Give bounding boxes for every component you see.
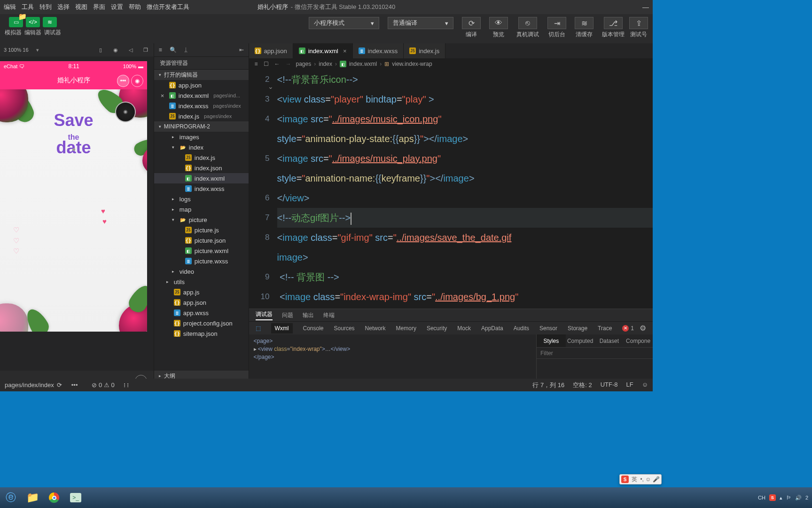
tree-item[interactable]: picture.wxss <box>154 256 249 266</box>
tree-item[interactable]: index.js <box>154 152 249 163</box>
tree-item[interactable]: picture.json <box>154 235 249 246</box>
tree-item[interactable]: ▸video <box>154 266 249 277</box>
error-badge[interactable]: ✕ <box>622 325 629 332</box>
tree-item[interactable]: ▸utils <box>154 277 249 287</box>
tree-item[interactable]: ▸images <box>154 132 249 142</box>
menu-tool[interactable]: 工具 <box>22 3 34 11</box>
devtab-mock[interactable]: Mock <box>457 325 471 332</box>
errors-warnings[interactable]: ⊘ 0 ⚠ 0 <box>92 381 114 389</box>
refresh-icon[interactable]: ⟳ <box>57 381 62 389</box>
preview-button[interactable]: 👁 <box>489 17 508 29</box>
tree-item[interactable]: index.wxml <box>154 173 249 183</box>
tree-item[interactable]: index.wxss <box>154 183 249 194</box>
forward-arrow-icon[interactable]: → <box>286 61 291 67</box>
background-button[interactable]: ⇥ <box>547 17 566 29</box>
tree-item[interactable]: sitemap.json <box>154 328 249 339</box>
tray-ch[interactable]: CH <box>758 495 765 500</box>
devtools-tab-debugger[interactable]: 调试器 <box>256 310 273 320</box>
tree-item[interactable]: project.config.json <box>154 318 249 328</box>
dataset-tab[interactable]: Dataset <box>595 334 624 347</box>
bookmark-icon[interactable]: ☐ <box>264 61 269 67</box>
project-section[interactable]: MINIPROGRAM-2 <box>154 121 249 132</box>
devtab-appdata[interactable]: AppData <box>481 325 503 332</box>
menu-edit[interactable]: 编辑 <box>4 3 16 11</box>
menu-help[interactable]: 帮助 <box>129 3 141 11</box>
collapse-icon[interactable]: ⇤ <box>239 47 244 53</box>
editor-button[interactable]: </> <box>26 17 40 27</box>
tree-item[interactable]: picture.wxml <box>154 246 249 256</box>
devtools-tab-terminal[interactable]: 终端 <box>323 311 335 319</box>
clear-cache-button[interactable]: ≋ <box>575 17 593 29</box>
devtab-memory[interactable]: Memory <box>396 325 416 332</box>
menu-dots-icon[interactable]: ••• <box>117 75 129 87</box>
breadcrumb[interactable]: pages› index› index.wxml› ⊞view.index-wr… <box>296 61 432 67</box>
tree-item[interactable]: app.js <box>154 287 249 297</box>
mode-select[interactable]: 小程序模式▾ <box>309 17 379 29</box>
back-arrow-icon[interactable]: ← <box>274 61 280 67</box>
computed-tab[interactable]: Computed <box>566 334 595 347</box>
component-tab[interactable]: Compone <box>624 334 653 347</box>
ie-icon[interactable]: ⓔ <box>0 487 22 508</box>
menu-wxdev[interactable]: 微信开发者工具 <box>147 3 189 11</box>
tree-item[interactable]: index.json <box>154 163 249 173</box>
chrome-icon[interactable] <box>43 487 65 508</box>
remote-debug-button[interactable]: ⎋ <box>518 17 537 29</box>
devtab-wxml[interactable]: Wxml <box>271 323 293 333</box>
menu-view[interactable]: 视图 <box>75 3 87 11</box>
cursor-position[interactable]: 行 7，列 16 <box>532 381 564 389</box>
copy-icon[interactable]: ❐ <box>141 46 150 54</box>
devtools-tab-problems[interactable]: 问题 <box>282 311 293 319</box>
code-editor[interactable]: ⌄ 2345678910 <!--背景音乐icon--> <view class… <box>249 70 653 309</box>
devtab-audits[interactable]: Audits <box>514 325 529 332</box>
branch-icon[interactable]: ᛦ <box>184 47 187 53</box>
tray-volume-icon[interactable]: 🔊 <box>795 495 802 501</box>
fold-icon[interactable]: ⌄ <box>268 83 273 90</box>
menu-select[interactable]: 选择 <box>57 3 70 11</box>
search-icon[interactable]: 🔍 <box>170 47 177 53</box>
tree-item[interactable]: ▸logs <box>154 194 249 204</box>
tray-flag-icon[interactable]: 🏳 <box>786 495 791 500</box>
open-editor-item[interactable]: index.wxsspages\index <box>154 101 249 111</box>
minimize-button[interactable]: — <box>642 3 649 11</box>
devtab-storage[interactable]: Storage <box>568 325 587 332</box>
editor-tab[interactable]: index.wxml× <box>293 43 353 58</box>
version-button[interactable]: ⎇ <box>604 17 623 29</box>
spaces[interactable]: 空格: 2 <box>573 381 592 389</box>
tree-item[interactable]: ▾index <box>154 142 249 152</box>
explorer-icon[interactable]: 📁 <box>22 487 43 508</box>
editor-tab[interactable]: index.js <box>404 43 445 58</box>
debugger-button[interactable]: ≋ <box>43 17 57 27</box>
open-editor-item[interactable]: index.jspages\index <box>154 111 249 121</box>
devtab-sources[interactable]: Sources <box>334 325 355 332</box>
menu-settings[interactable]: 设置 <box>111 3 123 11</box>
feedback-icon[interactable]: ☺ <box>642 381 648 389</box>
menu-ui[interactable]: 界面 <box>93 3 105 11</box>
back-icon[interactable]: ◁ <box>126 46 135 54</box>
miniprogram-body[interactable]: Save the date ♥ ♥ ♡ ♡ ♡ <box>0 89 147 332</box>
inspect-icon[interactable]: ⬚ <box>256 325 261 332</box>
close-circle-icon[interactable]: ◉ <box>131 75 143 87</box>
editor-tab[interactable]: app.json <box>249 43 293 58</box>
open-editor-item[interactable]: ×index.wxmlpages\ind... <box>154 90 249 101</box>
devtab-trace[interactable]: Trace <box>598 325 612 332</box>
eol[interactable]: LF <box>626 381 633 389</box>
test-button[interactable]: ⇪ <box>629 17 648 29</box>
tree-item[interactable]: app.json <box>154 297 249 308</box>
devtab-sensor[interactable]: Sensor <box>539 325 557 332</box>
compile-button[interactable]: ⟳ <box>462 17 481 29</box>
tree-item[interactable]: ▸map <box>154 204 249 214</box>
styles-tab[interactable]: Styles <box>537 334 566 347</box>
filter-input[interactable]: Filter <box>537 348 653 359</box>
record-icon[interactable]: ◉ <box>111 46 120 54</box>
tray-sogou-icon[interactable]: S <box>769 494 776 501</box>
devtab-network[interactable]: Network <box>365 325 386 332</box>
devtab-console[interactable]: Console <box>303 325 324 332</box>
tree-item[interactable]: ▾picture <box>154 214 249 225</box>
menu-goto[interactable]: 转到 <box>39 3 52 11</box>
devtools-tab-output[interactable]: 输出 <box>303 311 314 319</box>
tree-item[interactable]: picture.js <box>154 225 249 235</box>
terminal-icon[interactable]: >_ <box>65 487 86 508</box>
devtab-security[interactable]: Security <box>427 325 447 332</box>
compile-mode-select[interactable]: 普通编译▾ <box>388 17 453 29</box>
menu-icon[interactable]: ≡ <box>159 47 162 53</box>
